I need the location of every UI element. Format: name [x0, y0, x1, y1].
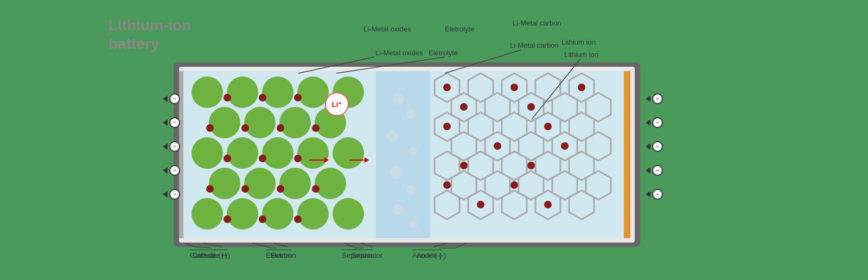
- green-circle: [297, 77, 329, 108]
- sep-dot: [392, 93, 404, 105]
- green-circle: [227, 77, 258, 108]
- green-circle: [227, 137, 258, 169]
- anode-label: Anode (-): [412, 250, 442, 259]
- svg-point-47: [443, 181, 451, 189]
- electron-symbol-5: −: [169, 189, 180, 200]
- electron-arrow-r4: −: [646, 165, 663, 176]
- green-circle: [192, 137, 223, 169]
- svg-point-49: [477, 201, 484, 208]
- green-circle: [192, 198, 223, 230]
- red-dot: [294, 215, 302, 223]
- electron-symbol-4: −: [169, 165, 180, 176]
- electron-symbol-r3: −: [652, 141, 663, 152]
- red-dot: [294, 155, 302, 162]
- red-dot: [312, 124, 320, 132]
- red-dot: [259, 215, 266, 223]
- svg-line-67: [195, 247, 212, 248]
- electron-arrow-4: −: [163, 165, 180, 176]
- svg-text:Li-Metal carbon: Li-Metal carbon: [510, 41, 559, 49]
- red-dot: [277, 124, 284, 132]
- green-circle: [333, 137, 364, 169]
- svg-marker-33: [502, 190, 527, 219]
- cathode-region: [183, 71, 376, 238]
- green-circle: [209, 107, 240, 138]
- svg-point-43: [494, 142, 501, 150]
- red-dot: [241, 185, 249, 193]
- svg-point-36: [443, 84, 451, 91]
- right-collector: [624, 71, 630, 238]
- sep-dot: [387, 131, 398, 142]
- red-dot: [259, 155, 266, 162]
- svg-point-37: [510, 84, 518, 91]
- electron-label: Electron: [266, 250, 292, 259]
- sep-dot: [409, 147, 417, 156]
- svg-text:Lithium ion: Lithium ion: [564, 50, 598, 59]
- green-circle: [262, 77, 293, 108]
- green-circle: [262, 137, 293, 169]
- green-circle: [297, 137, 329, 169]
- svg-point-48: [510, 181, 518, 189]
- green-circle: [244, 168, 276, 199]
- svg-point-44: [561, 142, 569, 150]
- electron-symbol-3: −: [169, 141, 180, 152]
- green-circle: [262, 198, 293, 230]
- green-circle: [209, 168, 240, 199]
- li-metal-oxides-label: Li-Metal oxides: [363, 25, 411, 33]
- electron-symbol-r4: −: [652, 165, 663, 176]
- anode-region: [430, 71, 626, 238]
- sep-dot: [390, 166, 403, 179]
- red-dot: [241, 124, 249, 132]
- cathode-label: Cathode (+): [190, 250, 227, 259]
- svg-point-50: [544, 201, 552, 208]
- battery-inner: [179, 67, 635, 243]
- red-dot: [206, 124, 214, 132]
- red-dot: [224, 215, 231, 223]
- electron-arrow-1: −: [163, 93, 180, 104]
- electron-symbol-r1: −: [652, 93, 663, 104]
- electron-symbol-1: −: [169, 93, 180, 104]
- electron-arrow-r5: −: [646, 189, 663, 200]
- red-dot: [206, 185, 214, 193]
- green-circle: [192, 77, 223, 108]
- red-dot: [259, 94, 266, 101]
- electrolyte-label: Eletrolyte: [445, 25, 474, 33]
- red-dot: [312, 185, 320, 193]
- sep-dot: [392, 204, 403, 215]
- li-arrow-left: [309, 157, 329, 163]
- svg-marker-31: [435, 190, 459, 219]
- electron-arrow-r2: −: [646, 117, 663, 128]
- electron-symbol-2: −: [169, 117, 180, 128]
- green-circle: [333, 198, 364, 230]
- svg-point-45: [460, 162, 468, 169]
- svg-text:Li-Metal oxides: Li-Metal oxides: [375, 49, 423, 57]
- svg-point-46: [527, 162, 535, 169]
- green-circle: [297, 198, 329, 230]
- diagram-title: Lithium-ion battery: [108, 16, 191, 53]
- electron-arrow-r1: −: [646, 93, 663, 104]
- green-circle: [279, 168, 311, 199]
- sep-dot: [410, 220, 417, 228]
- green-circle: [279, 107, 311, 138]
- separator-region: [376, 71, 430, 238]
- svg-marker-35: [569, 190, 594, 219]
- electron-arrow-5: −: [163, 189, 180, 200]
- electron-symbol-r5: −: [652, 189, 663, 200]
- svg-point-42: [544, 123, 552, 130]
- electron-arrow-2: −: [163, 117, 180, 128]
- separator-label: Separator: [342, 250, 373, 259]
- green-circle: [227, 198, 258, 230]
- svg-point-41: [443, 123, 451, 130]
- li-arrow-right: [349, 157, 369, 163]
- red-dot: [294, 94, 302, 101]
- electron-arrow-r3: −: [646, 141, 663, 152]
- svg-text:Eletrolyte: Eletrolyte: [429, 49, 458, 57]
- sep-dot: [406, 109, 416, 119]
- li-ion-label: Li⁺: [325, 92, 349, 116]
- green-circle: [315, 168, 346, 199]
- svg-point-40: [527, 103, 535, 111]
- svg-point-39: [460, 103, 468, 111]
- red-dot: [224, 155, 231, 162]
- li-metal-carbon-label: Li-Metal carbon: [513, 19, 561, 27]
- electron-symbol-r2: −: [652, 117, 663, 128]
- red-dot: [277, 185, 284, 193]
